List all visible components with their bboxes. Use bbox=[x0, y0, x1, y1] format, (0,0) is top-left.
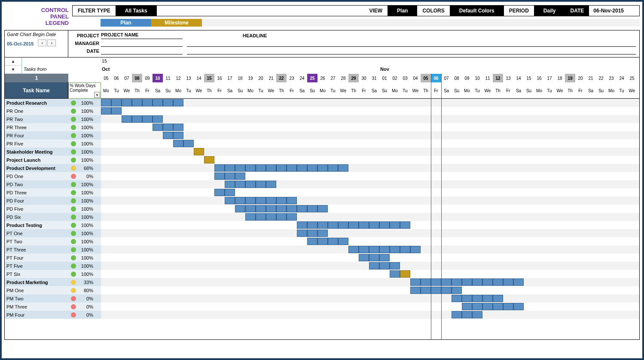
task-row[interactable]: PR Two100% bbox=[5, 115, 101, 123]
task-row[interactable]: PT One100% bbox=[5, 229, 101, 237]
gantt-bar[interactable] bbox=[101, 99, 183, 106]
period-value[interactable]: Daily bbox=[534, 6, 565, 16]
gantt-bar[interactable] bbox=[297, 230, 328, 237]
date-field-value[interactable] bbox=[101, 48, 183, 54]
headline-line-2[interactable] bbox=[187, 48, 636, 54]
dow-cell: Su bbox=[524, 82, 534, 99]
gantt-bar[interactable] bbox=[173, 140, 194, 147]
gantt-bar[interactable] bbox=[297, 221, 410, 229]
day-cell: 06 bbox=[431, 74, 441, 82]
project-label: PROJECT bbox=[72, 33, 101, 38]
task-label: PR One bbox=[5, 109, 68, 114]
gantt-bar[interactable] bbox=[452, 311, 482, 318]
gantt-bar[interactable] bbox=[348, 246, 421, 253]
task-label: PD Five bbox=[5, 206, 68, 212]
day-cell: 08 bbox=[452, 74, 462, 82]
day-cell: 20 bbox=[575, 74, 586, 82]
task-label: PT Three bbox=[5, 247, 68, 252]
view-value[interactable]: Plan bbox=[388, 6, 417, 16]
task-row[interactable]: PM Three0% bbox=[5, 303, 101, 311]
task-row[interactable]: Product Research100% bbox=[5, 99, 101, 107]
next-date-button[interactable]: › bbox=[47, 39, 56, 46]
task-row[interactable]: PM Two0% bbox=[5, 294, 101, 303]
task-row[interactable]: Stakeholder Meeting100% bbox=[5, 148, 101, 156]
left-column: Task Name bbox=[5, 82, 68, 99]
gantt-bar[interactable] bbox=[390, 270, 400, 278]
gantt-bar[interactable] bbox=[307, 238, 348, 245]
gantt-bar[interactable] bbox=[225, 181, 276, 188]
day-cell: 15 bbox=[204, 74, 214, 82]
scroll-up-button[interactable]: ▲ bbox=[5, 57, 21, 66]
header-left: Gantt Chart Begin Date 05-Oct-2015 ‹ › bbox=[5, 30, 68, 57]
gantt-bar[interactable] bbox=[153, 124, 183, 131]
task-row[interactable]: PT Four100% bbox=[5, 254, 101, 262]
dow-cell: Th bbox=[204, 82, 214, 99]
gantt-bar[interactable] bbox=[245, 213, 297, 221]
gantt-bar[interactable] bbox=[204, 156, 214, 163]
task-row[interactable]: PM One80% bbox=[5, 286, 101, 294]
task-row[interactable]: Product Development68% bbox=[5, 164, 101, 172]
gantt-bar[interactable] bbox=[410, 278, 524, 286]
dow-cell: We bbox=[122, 82, 132, 99]
colors-value[interactable]: Default Colors bbox=[450, 6, 504, 16]
filter-type-value[interactable]: All Tasks bbox=[116, 6, 157, 16]
task-row[interactable]: PR One100% bbox=[5, 107, 101, 115]
gantt-bar[interactable] bbox=[214, 189, 235, 196]
status-dot-icon bbox=[71, 190, 76, 195]
task-row[interactable]: PD Five100% bbox=[5, 205, 101, 213]
task-row[interactable]: PM Four0% bbox=[5, 311, 101, 319]
day-cell: 05 bbox=[101, 74, 111, 82]
task-row[interactable]: Product Marketing33% bbox=[5, 278, 101, 286]
task-row[interactable]: PD Six100% bbox=[5, 213, 101, 221]
task-row[interactable]: PR Three100% bbox=[5, 123, 101, 131]
gantt-bar[interactable] bbox=[359, 254, 390, 261]
task-row[interactable]: PD Four100% bbox=[5, 197, 101, 205]
pct-dropdown-icon[interactable]: ▾ bbox=[94, 92, 100, 98]
gantt-bar[interactable] bbox=[163, 132, 183, 139]
gantt-bar[interactable] bbox=[214, 164, 348, 172]
gantt-bar[interactable] bbox=[214, 172, 245, 180]
task-row[interactable]: PD Three100% bbox=[5, 188, 101, 197]
project-value[interactable]: PROJECT NAME bbox=[101, 32, 183, 39]
gantt-bar[interactable] bbox=[410, 287, 462, 294]
task-row[interactable]: PR Five100% bbox=[5, 139, 101, 148]
task-label: Product Development bbox=[5, 166, 68, 171]
headline-line-1[interactable] bbox=[187, 40, 636, 47]
task-row[interactable]: Product Testing100% bbox=[5, 221, 101, 229]
status-dot-icon bbox=[71, 280, 76, 285]
gantt-bar[interactable] bbox=[194, 148, 204, 155]
gantt-bar[interactable] bbox=[235, 205, 328, 212]
task-start-number[interactable]: 1 bbox=[5, 74, 68, 82]
pct-complete-value: 100% bbox=[76, 100, 96, 106]
manager-value[interactable] bbox=[101, 40, 183, 47]
gantt-bar[interactable] bbox=[452, 295, 503, 302]
gantt-bar[interactable] bbox=[122, 115, 163, 123]
dow-cell: Sa bbox=[225, 82, 235, 99]
tasks-from-label: Tasks from bbox=[22, 66, 68, 74]
prev-date-button[interactable]: ‹ bbox=[38, 39, 46, 46]
day-cell: 30 bbox=[359, 74, 369, 82]
task-row[interactable]: PR Four100% bbox=[5, 131, 101, 139]
gantt-bar[interactable] bbox=[400, 270, 410, 278]
day-cell: 10 bbox=[472, 74, 482, 82]
task-row[interactable]: Project Launch100% bbox=[5, 156, 101, 164]
status-dot-icon bbox=[71, 223, 76, 228]
dow-cell: Th bbox=[276, 82, 287, 99]
gantt-bar[interactable] bbox=[101, 107, 122, 115]
scroll-down-button[interactable]: ▼ bbox=[5, 66, 21, 74]
gantt-rows bbox=[101, 99, 639, 319]
task-row[interactable]: PD Two100% bbox=[5, 180, 101, 188]
day-cell: 15 bbox=[524, 74, 534, 82]
task-row[interactable]: PD One0% bbox=[5, 172, 101, 180]
dow-cell: Su bbox=[235, 82, 245, 99]
status-dot-icon bbox=[71, 133, 76, 138]
task-row[interactable]: PT Five100% bbox=[5, 262, 101, 270]
date-label: DATE bbox=[565, 6, 589, 16]
gantt-bar[interactable] bbox=[225, 197, 297, 204]
task-row[interactable]: PT Six100% bbox=[5, 270, 101, 278]
gantt-bar[interactable] bbox=[369, 262, 400, 269]
task-row[interactable]: PT Three100% bbox=[5, 245, 101, 254]
date-value[interactable]: 06-Nov-2015 bbox=[589, 6, 628, 16]
task-row[interactable]: PT Two100% bbox=[5, 237, 101, 245]
gantt-bar[interactable] bbox=[462, 303, 524, 310]
